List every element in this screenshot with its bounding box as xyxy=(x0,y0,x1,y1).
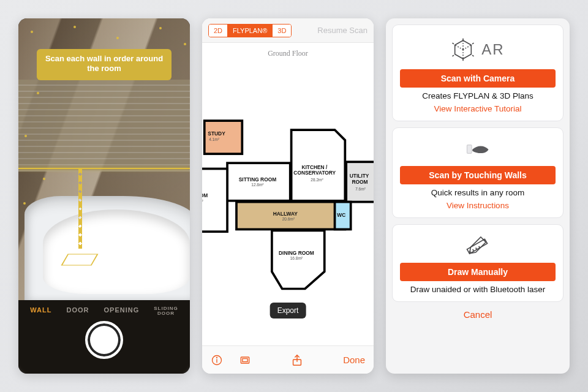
ruler-pencil-icon xyxy=(466,234,490,258)
info-icon[interactable] xyxy=(211,354,223,366)
scan-tip-banner: Scan each wall in order around the room xyxy=(37,49,172,80)
scan-mode-selector[interactable]: WALL DOOR OPENING SLIDING DOOR xyxy=(30,300,178,318)
seg-2d[interactable]: 2D xyxy=(209,24,227,37)
phone-method-chooser: AR Scan with Camera Creates FLYPLAN & 3D… xyxy=(386,18,570,374)
svg-text:WC: WC xyxy=(337,212,345,218)
room-living[interactable] xyxy=(202,169,227,232)
floor-title: Ground Floor xyxy=(202,43,374,61)
plan-toolbar: Done xyxy=(202,345,374,374)
hand-phone-icon xyxy=(466,137,490,162)
ar-header: AR xyxy=(451,34,504,66)
ar-label: AR xyxy=(481,41,504,58)
svg-text:20.6m²: 20.6m² xyxy=(282,217,295,221)
mode-door[interactable]: DOOR xyxy=(66,306,89,316)
card-scan-camera[interactable]: AR Scan with Camera Creates FLYPLAN & 3D… xyxy=(392,24,564,121)
ar-cube-icon xyxy=(451,37,475,62)
seg-3d[interactable]: 3D xyxy=(272,24,291,37)
export-tooltip: Export xyxy=(270,303,306,318)
plan-topbar: 2D FLYPLAN® 3D Resume Scan xyxy=(202,18,374,43)
card-scan-touch[interactable]: Scan by Touching Walls Quick results in … xyxy=(392,127,564,218)
svg-text:16.8m²: 16.8m² xyxy=(290,256,303,260)
seg-flyplan[interactable]: FLYPLAN® xyxy=(227,24,272,37)
draw-icon-area xyxy=(466,233,490,259)
draw-manual-button[interactable]: Draw Manually xyxy=(400,263,556,281)
svg-text:7.6m²: 7.6m² xyxy=(355,187,366,191)
camera-view: Scan each wall in order around the room xyxy=(18,18,190,300)
view-segmented-control[interactable]: 2D FLYPLAN® 3D xyxy=(208,24,292,37)
scan-bottom-bar: WALL DOOR OPENING SLIDING DOOR xyxy=(18,300,190,374)
svg-text:12.8m²: 12.8m² xyxy=(251,183,264,187)
mode-opening[interactable]: OPENING xyxy=(104,306,139,316)
mode-sliding-door[interactable]: SLIDING DOOR xyxy=(154,306,178,316)
shutter-button[interactable] xyxy=(85,321,123,359)
svg-text:UTILITYROOM: UTILITYROOM xyxy=(350,173,369,184)
svg-text:4.1m²: 4.1m² xyxy=(209,137,219,141)
scan-touch-instructions-link[interactable]: View Instructions xyxy=(447,201,509,210)
card-draw-manual[interactable]: Draw Manually Draw unaided or with Bluet… xyxy=(392,224,564,302)
layers-icon[interactable] xyxy=(239,354,251,366)
touch-icon-area xyxy=(466,137,490,162)
svg-rect-21 xyxy=(467,145,472,154)
done-button[interactable]: Done xyxy=(343,355,365,365)
scan-camera-sub: Creates FLYPLAN & 3D Plans xyxy=(422,91,533,100)
floorplan-canvas[interactable]: STUDY 4.1m² SITTING ROOM 12.8m² NG ROOM … xyxy=(202,61,374,345)
svg-point-17 xyxy=(217,357,217,358)
svg-text:HALLWAY: HALLWAY xyxy=(273,211,298,217)
svg-text:STUDY: STUDY xyxy=(208,130,225,137)
svg-rect-19 xyxy=(243,358,247,361)
phone-floorplan: 2D FLYPLAN® 3D Resume Scan Ground Floor … xyxy=(202,18,374,374)
share-icon[interactable] xyxy=(290,353,304,367)
scan-touch-sub: Quick results in any room xyxy=(431,188,524,197)
resume-scan-button[interactable]: Resume Scan xyxy=(317,26,368,35)
mode-wall[interactable]: WALL xyxy=(30,306,51,316)
draw-manual-sub: Draw unaided or with Bluetooth laser xyxy=(410,285,546,294)
svg-text:28.2m²: 28.2m² xyxy=(311,178,323,182)
phone-ar-scan: Scan each wall in order around the room … xyxy=(18,18,190,374)
svg-text:SITTING ROOM: SITTING ROOM xyxy=(239,176,276,183)
scan-touch-button[interactable]: Scan by Touching Walls xyxy=(400,166,556,184)
scan-camera-tutorial-link[interactable]: View Interactive Tutorial xyxy=(434,104,521,113)
scan-camera-button[interactable]: Scan with Camera xyxy=(400,69,556,88)
svg-text:NG ROOM: NG ROOM xyxy=(202,192,208,198)
svg-text:DINING ROOM: DINING ROOM xyxy=(279,250,314,256)
cancel-button[interactable]: Cancel xyxy=(392,308,564,321)
